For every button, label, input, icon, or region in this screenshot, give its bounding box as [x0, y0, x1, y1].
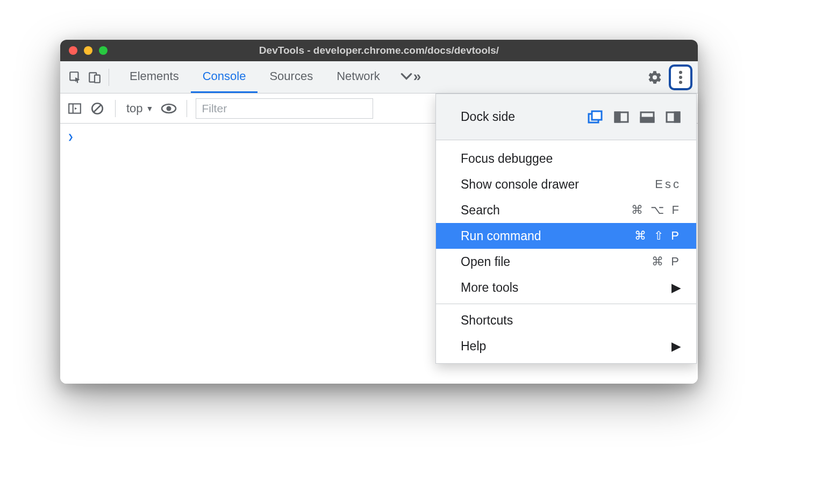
svg-rect-17 [675, 112, 680, 122]
vertical-dots-icon [678, 70, 683, 85]
shortcut-label: ⌘ ⇧ P [634, 229, 681, 243]
inspect-element-icon[interactable] [66, 68, 85, 87]
toolbar-separator [109, 69, 109, 86]
clear-console-icon[interactable] [88, 99, 106, 118]
shortcut-label: ⌘ P [652, 255, 681, 269]
menu-search[interactable]: Search ⌘ ⌥ F [436, 197, 696, 223]
svg-rect-2 [95, 75, 100, 82]
devtools-window: DevTools - developer.chrome.com/docs/dev… [60, 40, 698, 384]
more-options-button[interactable] [669, 64, 692, 90]
main-toolbar: Elements Console Sources Network » [60, 61, 698, 93]
window-title: DevTools - developer.chrome.com/docs/dev… [60, 45, 698, 56]
window-close-button[interactable] [69, 46, 77, 55]
svg-rect-15 [641, 118, 654, 122]
dock-right-icon[interactable] [665, 111, 681, 124]
dock-bottom-icon[interactable] [639, 111, 655, 124]
tab-elements[interactable]: Elements [118, 61, 191, 93]
menu-focus-debuggee[interactable]: Focus debuggee [436, 146, 696, 171]
menu-show-console-drawer[interactable]: Show console drawer Esc [436, 171, 696, 197]
subbar-separator [115, 100, 116, 117]
more-options-menu: Dock side [435, 93, 697, 364]
panel-tabs: Elements Console Sources Network » [118, 61, 428, 93]
dock-side-row: Dock side [436, 94, 696, 140]
toggle-sidebar-icon[interactable] [66, 99, 84, 118]
tab-overflow[interactable]: » [392, 61, 428, 93]
filter-input[interactable] [196, 98, 373, 119]
menu-open-file[interactable]: Open file ⌘ P [436, 249, 696, 275]
svg-rect-13 [615, 112, 620, 122]
svg-point-9 [167, 106, 171, 111]
submenu-arrow-icon: ▶ [671, 280, 681, 295]
titlebar: DevTools - developer.chrome.com/docs/dev… [60, 40, 698, 61]
submenu-arrow-icon: ▶ [671, 339, 681, 354]
tab-console[interactable]: Console [191, 61, 258, 93]
dock-undock-icon[interactable] [588, 111, 604, 124]
menu-shortcuts[interactable]: Shortcuts [436, 307, 696, 333]
context-selector[interactable]: top ▼ [124, 102, 155, 116]
menu-more-tools[interactable]: More tools ▶ [436, 275, 696, 300]
svg-point-5 [679, 81, 682, 84]
window-minimize-button[interactable] [84, 46, 92, 55]
dock-left-icon[interactable] [613, 111, 630, 124]
console-prompt-icon: ❯ [68, 131, 74, 142]
shortcut-label: Esc [655, 177, 681, 191]
menu-separator [436, 304, 696, 304]
shortcut-label: ⌘ ⌥ F [631, 203, 681, 217]
window-maximize-button[interactable] [99, 46, 108, 55]
tab-network[interactable]: Network [325, 61, 392, 93]
svg-rect-11 [592, 111, 602, 120]
tab-sources[interactable]: Sources [258, 61, 325, 93]
device-toolbar-icon[interactable] [85, 68, 104, 87]
settings-icon[interactable] [645, 68, 664, 87]
menu-run-command[interactable]: Run command ⌘ ⇧ P [436, 223, 696, 249]
context-label: top [126, 102, 143, 116]
dock-side-label: Dock side [461, 110, 515, 124]
svg-point-4 [679, 75, 682, 78]
live-expression-icon[interactable] [160, 99, 178, 118]
svg-point-3 [679, 70, 682, 74]
dropdown-triangle-icon: ▼ [146, 104, 154, 113]
subbar-separator-2 [187, 100, 187, 117]
menu-help[interactable]: Help ▶ [436, 333, 696, 359]
traffic-lights [69, 46, 108, 55]
